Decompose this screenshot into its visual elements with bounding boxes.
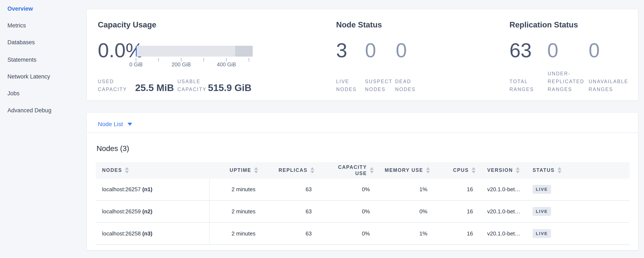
node-id: (n1) — [142, 186, 152, 192]
dead-nodes-label: DEAD NODES — [395, 78, 416, 93]
uptime-cell: 2 minutes — [209, 186, 258, 193]
sort-arrows-icon — [516, 167, 520, 173]
live-nodes-label: LIVE NODES — [336, 78, 357, 93]
sort-arrows-icon — [125, 167, 129, 173]
uptime-cell: 2 minutes — [209, 230, 258, 237]
replicas-cell: 63 — [258, 230, 314, 237]
column-header-cpus[interactable]: CPUS — [430, 162, 476, 178]
column-header-status[interactable]: STATUS — [530, 162, 630, 178]
column-header-version[interactable]: VERSION — [476, 162, 530, 178]
gauge-tick-label: 400 GiB — [210, 61, 244, 68]
memory-use-cell: 1% — [374, 230, 430, 237]
column-header-memory-use[interactable]: MEMORY USE — [374, 162, 430, 178]
usable-capacity-label: USABLE CAPACITY — [178, 78, 206, 93]
nodes-table-header: NODES UPTIME REPLICAS CAPACITY USE MEMOR… — [96, 162, 630, 178]
sort-arrows-icon — [472, 167, 476, 173]
status-cell: LIVE — [530, 185, 630, 194]
sidebar-item-jobs[interactable]: Jobs — [8, 89, 20, 97]
under-replicated-label: UNDER- REPLICATED RANGES — [548, 70, 584, 93]
column-header-nodes[interactable]: NODES — [96, 162, 209, 178]
version-cell: v20.1.0-bet… — [476, 208, 530, 215]
nodes-table: NODES UPTIME REPLICAS CAPACITY USE MEMOR… — [96, 162, 630, 245]
sort-arrows-icon — [426, 167, 430, 173]
cluster-summary-card: Capacity Usage 0.0% 0 GiB 200 GiB 400 Gi… — [86, 9, 638, 101]
version-cell: v20.1.0-bet… — [476, 186, 530, 193]
sort-arrows-icon — [558, 167, 562, 173]
capacity-use-cell: 0% — [314, 230, 374, 237]
status-cell: LIVE — [530, 207, 630, 216]
dead-nodes-count: 0 — [396, 38, 407, 63]
status-badge: LIVE — [532, 207, 551, 216]
divider — [87, 133, 638, 133]
live-nodes-count: 3 — [336, 38, 347, 63]
gauge-tick — [158, 58, 159, 61]
status-badge: LIVE — [532, 185, 551, 194]
node-list-card: Node List Nodes (3) NODES UPTIME REPLICA… — [86, 112, 638, 250]
capacity-usage-title: Capacity Usage — [98, 20, 156, 30]
capacity-gauge — [136, 46, 253, 57]
gauge-tick — [204, 58, 204, 61]
uptime-cell: 2 minutes — [209, 208, 258, 215]
chevron-down-icon — [128, 123, 132, 126]
sidebar-item-advanced-debug[interactable]: Advanced Debug — [8, 106, 51, 114]
node-address-cell[interactable]: localhost:26259 (n2) — [96, 208, 209, 215]
memory-use-cell: 1% — [374, 186, 430, 193]
memory-use-cell: 0% — [374, 208, 430, 215]
version-cell: v20.1.0-bet… — [476, 230, 530, 237]
sidebar-item-metrics[interactable]: Metrics — [8, 22, 26, 29]
total-ranges-label: TOTAL RANGES — [510, 78, 534, 93]
suspect-nodes-label: SUSPECT NODES — [365, 78, 392, 93]
unavailable-ranges-label: UNAVAILABLE RANGES — [588, 78, 628, 93]
column-header-replicas[interactable]: REPLICAS — [258, 162, 314, 178]
status-cell: LIVE — [530, 229, 630, 238]
node-list-dropdown[interactable]: Node List — [98, 120, 132, 128]
sidebar-item-network-latency[interactable]: Network Latency — [8, 73, 50, 80]
sort-arrows-icon — [310, 167, 314, 173]
replication-status-title: Replication Status — [510, 20, 578, 30]
cpus-cell: 16 — [430, 208, 476, 215]
sidebar-item-overview[interactable]: Overview — [8, 5, 33, 13]
cpus-cell: 16 — [430, 186, 476, 193]
table-row-node-3[interactable]: localhost:26258 (n3) 2 minutes 63 0% 1% … — [96, 223, 630, 245]
sidebar: Overview Metrics Databases Statements Ne… — [0, 0, 86, 258]
cpus-cell: 16 — [430, 230, 476, 237]
capacity-use-cell: 0% — [314, 186, 374, 193]
gauge-tick — [249, 58, 249, 61]
usable-capacity-value: 515.9 GiB — [208, 82, 252, 93]
replicas-cell: 63 — [258, 208, 314, 215]
suspect-nodes-count: 0 — [365, 38, 376, 63]
node-id: (n2) — [142, 208, 152, 215]
table-row-node-1[interactable]: localhost:26257 (n1) 2 minutes 63 0% 1% … — [96, 178, 630, 201]
replicas-cell: 63 — [258, 186, 314, 193]
nodes-heading: Nodes (3) — [96, 144, 129, 153]
sidebar-item-databases[interactable]: Databases — [8, 39, 35, 46]
gauge-tick — [136, 58, 136, 61]
capacity-gauge-used-segment — [136, 46, 137, 57]
node-list-dropdown-label: Node List — [98, 120, 123, 128]
total-ranges-count: 63 — [510, 38, 532, 63]
capacity-gauge-other-segment — [235, 46, 253, 57]
under-replicated-count: 0 — [547, 38, 558, 63]
column-divider — [209, 178, 210, 245]
node-id: (n3) — [142, 230, 152, 237]
gauge-tick — [226, 58, 226, 61]
status-badge: LIVE — [532, 229, 551, 238]
gauge-tick-label: 200 GiB — [164, 61, 198, 68]
gauge-tick-label: 0 GiB — [119, 61, 153, 68]
table-row-node-2[interactable]: localhost:26259 (n2) 2 minutes 63 0% 0% … — [96, 201, 630, 223]
node-address-cell[interactable]: localhost:26257 (n1) — [96, 186, 209, 193]
sort-arrows-icon — [254, 167, 258, 173]
used-capacity-value: 25.5 MiB — [135, 82, 174, 93]
gauge-tick — [181, 58, 182, 61]
node-status-title: Node Status — [336, 20, 382, 30]
used-capacity-label: USED CAPACITY — [98, 78, 127, 93]
capacity-use-cell: 0% — [314, 208, 374, 215]
unavailable-ranges-count: 0 — [588, 38, 600, 63]
sidebar-item-statements[interactable]: Statements — [8, 56, 36, 64]
sort-arrows-icon — [370, 167, 374, 173]
nodes-table-body: localhost:26257 (n1) 2 minutes 63 0% 1% … — [96, 178, 630, 245]
column-header-capacity-use[interactable]: CAPACITY USE — [314, 162, 374, 178]
column-header-uptime[interactable]: UPTIME — [209, 162, 258, 178]
node-address-cell[interactable]: localhost:26258 (n3) — [96, 230, 209, 237]
